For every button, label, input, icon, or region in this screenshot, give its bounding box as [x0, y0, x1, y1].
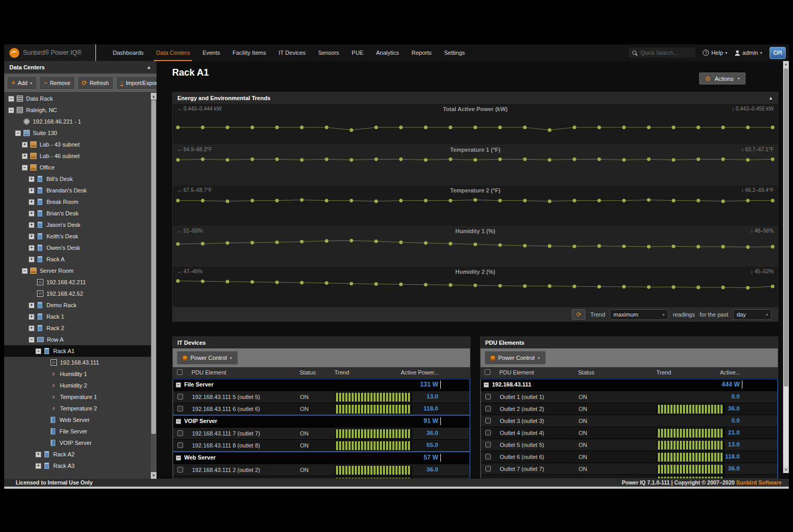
tree-item-humidity-2[interactable]: −≈Humidity 2 [4, 380, 151, 391]
column-header-1[interactable]: PDU Element [191, 369, 226, 376]
table-row[interactable]: Outlet 4 (outlet 4)ON21.0 [481, 427, 777, 439]
search-input[interactable] [639, 49, 686, 56]
horizontal-scrollbar[interactable] [4, 487, 789, 489]
row-checkbox[interactable] [177, 394, 183, 400]
tree-item-brandan-s-desk[interactable]: +Brandan's Desk [4, 185, 151, 196]
collapse-up-icon[interactable]: ▲ [147, 61, 151, 74]
table-row[interactable]: Outlet 5 (outlet 5)ON13.0 [481, 439, 777, 451]
tree-item-192-168-42-52[interactable]: −192.168.42.52 [4, 288, 151, 299]
table-row[interactable]: 192.168.43.111 2 (outlet 2)ON36.0 [173, 464, 470, 476]
main-scrollbar[interactable]: ▲ ▼ [783, 61, 789, 473]
nav-item-it-devices[interactable]: IT Devices [272, 44, 312, 61]
tree-item-office[interactable]: −Office [4, 162, 151, 173]
row-checkbox[interactable] [485, 430, 491, 436]
row-checkbox[interactable] [177, 442, 183, 448]
nav-item-events[interactable]: Events [196, 44, 226, 61]
table-row[interactable] [481, 475, 777, 479]
expand-icon[interactable]: + [29, 222, 34, 228]
tree-item-192-168-46-221-1[interactable]: −192.168.46.221 - 1 [4, 116, 151, 127]
collapse-icon[interactable]: − [176, 382, 181, 388]
table-row[interactable]: Outlet 3 (outlet 3)ON0.0 [481, 415, 777, 427]
column-header-4[interactable]: Active Power... [401, 369, 439, 376]
actions-button[interactable]: ⚙ Actions ▾ [699, 72, 746, 84]
row-checkbox[interactable] [177, 430, 183, 436]
remove-button[interactable]: − Remove [39, 76, 75, 90]
collapse-icon[interactable]: − [29, 337, 34, 343]
tree-item-server-room[interactable]: −Server Room [4, 265, 151, 276]
select-all-checkbox[interactable] [177, 369, 183, 375]
expand-icon[interactable]: + [29, 188, 34, 194]
column-header-3[interactable]: Trend [656, 369, 671, 376]
table-row[interactable]: 192.168.43.111 8 (outlet 8)ON55.0 [173, 439, 470, 451]
tree-item-row-a[interactable]: −Row A [4, 334, 151, 345]
expand-icon[interactable]: + [29, 234, 34, 239]
collapse-icon[interactable]: − [484, 382, 489, 388]
help-menu[interactable]: ? Help ▾ [703, 50, 727, 56]
expand-icon[interactable]: + [29, 176, 34, 182]
select-all-checkbox[interactable] [485, 369, 490, 375]
tree-item-jason-s-desk[interactable]: +Jason's Desk [4, 219, 151, 231]
tree-item-192-168-42-211[interactable]: −192.168.42.211 [4, 276, 151, 288]
nav-item-settings[interactable]: Settings [438, 44, 471, 61]
tree-item-temperature-1[interactable]: −≈Temperature 1 [4, 391, 151, 403]
scroll-up-icon[interactable]: ▲ [783, 61, 789, 67]
group-row[interactable]: −192.168.43.111444 W [481, 379, 777, 391]
tree-item-rack-1[interactable]: +Rack 1 [4, 311, 151, 322]
tree-item-break-room[interactable]: +Break Room [4, 196, 151, 208]
collapse-icon[interactable]: − [22, 268, 28, 274]
table-row[interactable]: 192.168.43.111 5 (outlet 5)ON13.0 [173, 391, 470, 403]
vendor-link[interactable]: Sunbird Software [736, 479, 782, 486]
scrollbar-thumb[interactable] [784, 68, 788, 386]
tree-item-humidity-1[interactable]: −≈Humidity 1 [4, 368, 151, 380]
row-checkbox[interactable] [485, 466, 491, 471]
column-header-4[interactable]: Active... [720, 369, 740, 376]
row-checkbox[interactable] [177, 467, 183, 473]
expand-icon[interactable]: + [29, 303, 34, 308]
expand-icon[interactable]: + [29, 314, 34, 320]
tree-item-raleigh-nc[interactable]: −Raleigh, NC [4, 104, 151, 116]
collapse-icon[interactable]: − [22, 165, 28, 171]
power-control-button[interactable]: Power Control ▾ [177, 351, 238, 365]
tree-item-lab-46-subnet[interactable]: +Lab - 46 subnet [4, 150, 151, 162]
nav-item-facility-items[interactable]: Facility Items [226, 44, 272, 61]
cpi-logo[interactable]: CPI [770, 47, 786, 59]
add-button[interactable]: + Add ▾ [7, 76, 37, 90]
expand-icon[interactable]: + [35, 463, 41, 469]
import-export-button[interactable]: ↓ Import/Export [116, 76, 157, 90]
nav-item-analytics[interactable]: Analytics [370, 44, 405, 61]
quick-search[interactable] [629, 47, 695, 58]
tree-item-demo-rack[interactable]: +Demo Rack [4, 299, 151, 311]
tree-item-brian-s-desk[interactable]: +Brian's Desk [4, 208, 151, 219]
nav-item-dashboards[interactable]: Dashboards [106, 44, 150, 61]
table-row[interactable]: 192.168.43.111 6 (outlet 6)ON118.0 [173, 403, 470, 415]
tree-item-192-168-43-111[interactable]: −192.168.43.111 [4, 357, 151, 368]
power-control-button[interactable]: Power Control ▾ [485, 351, 546, 365]
tree-item-voip-server[interactable]: −VOIP Server [4, 437, 151, 449]
user-menu[interactable]: admin ▾ [735, 50, 762, 56]
scrollbar-thumb[interactable] [151, 100, 156, 434]
tree-item-rack-a1[interactable]: −Rack A1 [4, 345, 151, 357]
expand-icon[interactable]: + [35, 452, 41, 457]
tree-scrollbar[interactable]: ▲ ▼ [151, 93, 157, 479]
row-checkbox[interactable] [485, 418, 491, 424]
tree-item-owen-s-desk[interactable]: +Owen's Desk [4, 242, 151, 253]
nav-item-sensors[interactable]: Sensors [312, 44, 345, 61]
refresh-button[interactable]: ⟳ Refresh [77, 76, 114, 90]
tree-item-temperature-2[interactable]: −≈Temperature 2 [4, 403, 151, 414]
tree-item-web-server[interactable]: −Web Server [4, 414, 151, 426]
tree-item-lab-43-subnet[interactable]: +Lab - 43 subnet [4, 139, 151, 150]
column-header-2[interactable]: Status [578, 369, 594, 376]
table-row[interactable]: Outlet 2 (outlet 2)ON36.0 [481, 403, 777, 415]
nav-item-reports[interactable]: Reports [405, 44, 438, 61]
tree-item-suite-130[interactable]: −Suite 130 [4, 127, 151, 139]
table-row[interactable]: Outlet 1 (outlet 1)ON0.0 [481, 391, 777, 403]
row-checkbox[interactable] [485, 454, 491, 460]
expand-icon[interactable]: + [29, 325, 34, 331]
collapse-icon[interactable]: − [176, 419, 181, 424]
row-checkbox[interactable] [177, 406, 183, 412]
collapse-icon[interactable]: − [35, 348, 41, 354]
tree-item-file-server[interactable]: −File Server [4, 426, 151, 437]
expand-icon[interactable]: + [29, 245, 34, 251]
row-checkbox[interactable] [485, 394, 491, 400]
group-row[interactable]: −Web Server57 W [173, 452, 470, 464]
